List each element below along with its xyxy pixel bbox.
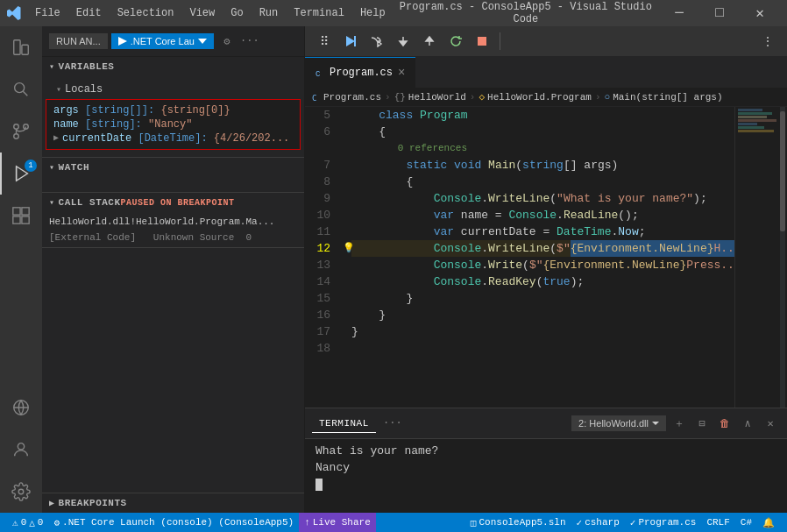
step-out-button[interactable]: [417, 29, 442, 53]
status-language-check[interactable]: ✓ csharp: [571, 513, 625, 532]
code-lines: class Program { 0 references static void…: [344, 107, 734, 408]
sidebar-item-explorer[interactable]: [0, 26, 42, 68]
svg-marker-18: [346, 36, 355, 46]
sidebar-item-scm[interactable]: [0, 110, 42, 153]
menu-go[interactable]: Go: [223, 5, 250, 21]
sidebar-item-extensions[interactable]: [0, 195, 42, 237]
menu-terminal[interactable]: Terminal: [287, 5, 351, 21]
more-toolbar-options[interactable]: ⋮: [755, 29, 780, 53]
menu-view[interactable]: View: [182, 5, 222, 21]
status-encoding[interactable]: CRLF: [701, 513, 734, 532]
svg-rect-1: [22, 45, 28, 54]
continue-button[interactable]: [338, 29, 363, 53]
breadcrumb-method[interactable]: ○ Main(string[] args): [605, 92, 723, 103]
error-icon: △: [29, 517, 35, 528]
sidebar-spacer: [42, 248, 304, 493]
step-over-button[interactable]: [365, 29, 389, 53]
tab-label: Program.cs: [330, 67, 393, 79]
terminal-add-button[interactable]: ＋: [670, 414, 689, 433]
code-editor[interactable]: 5 6 . 7 8 9 10 11 12 13 14 15 16 17 18: [305, 107, 787, 408]
sidebar-item-settings[interactable]: [0, 471, 42, 513]
breadcrumb-file[interactable]: C Program.cs: [312, 92, 381, 103]
watch-header[interactable]: ▾ WATCH: [42, 158, 304, 177]
sidebar-item-search[interactable]: [0, 68, 42, 110]
run-config-name: .NET Core Lau: [131, 36, 195, 46]
run-label-text: RUN AN...: [56, 36, 101, 46]
status-errors-warnings[interactable]: ⚠ 0 △ 0: [7, 513, 48, 532]
callstack-item-0[interactable]: HelloWorld.dll!HelloWorld.Program.Ma...: [42, 214, 304, 230]
run-config-dropdown[interactable]: .NET Core Lau: [111, 33, 214, 49]
settings-gear-icon[interactable]: ⚙: [217, 32, 237, 51]
debug-config-icon: ⚙: [53, 517, 60, 528]
language-mode-label: C#: [741, 517, 752, 528]
breadcrumb-namespace[interactable]: {} HelloWorld: [394, 92, 466, 103]
stop-button[interactable]: [470, 29, 494, 53]
terminal-line-1: Nancy: [316, 459, 776, 476]
svg-marker-17: [198, 39, 207, 44]
menu-selection[interactable]: Selection: [110, 5, 181, 21]
var-item-currentdate[interactable]: ▶ currentDate [DateTime]: {4/26/202...: [53, 131, 293, 145]
terminal-instance-dropdown[interactable]: 2: HelloWorld.dll: [571, 415, 666, 431]
terminal-content[interactable]: What is your name? Nancy: [305, 439, 787, 513]
terminal-split-button[interactable]: ⊟: [692, 414, 712, 433]
debug-toolbar: ⠿ ⋮: [305, 26, 787, 57]
close-button[interactable]: ✕: [740, 0, 780, 26]
breadcrumb-class[interactable]: ◇ HelloWorld.Program: [479, 91, 591, 103]
locals-header[interactable]: ▾ Locals: [42, 82, 304, 97]
code-line-7: static void Main(string[] args): [351, 157, 734, 174]
sidebar-item-debug[interactable]: 1: [0, 153, 42, 195]
code-line-13: Console.Write($"{Environment.NewLine}Pre…: [351, 257, 734, 273]
status-debug-config[interactable]: ⚙ .NET Core Launch (console) (ConsoleApp…: [48, 513, 299, 532]
code-line-6: {: [351, 124, 734, 140]
menu-help[interactable]: Help: [353, 5, 393, 21]
debug-drag-handle[interactable]: ⠿: [312, 29, 337, 53]
status-notifications[interactable]: 🔔: [757, 513, 780, 532]
callstack-item-1[interactable]: [External Code] Unknown Source 0: [42, 230, 304, 245]
titlebar: File Edit Selection View Go Run Terminal…: [0, 0, 787, 26]
breakpoints-collapse-icon: ▶: [49, 498, 55, 508]
sidebar-item-remote[interactable]: [0, 387, 42, 429]
status-live-share[interactable]: ↑ Live Share: [299, 513, 376, 532]
sidebar-toolbar: RUN AN... .NET Core Lau ⚙ ···: [42, 26, 304, 57]
terminal-tab-terminal[interactable]: TERMINAL: [312, 415, 376, 433]
status-file[interactable]: ✓ Program.cs: [625, 513, 702, 532]
terminal-more-icon[interactable]: ···: [383, 414, 402, 433]
run-label[interactable]: RUN AN...: [49, 33, 108, 49]
more-options-icon[interactable]: ···: [240, 32, 259, 51]
variables-label: VARIABLES: [59, 61, 115, 72]
watch-section: ▾ WATCH: [42, 158, 304, 193]
status-language[interactable]: C#: [735, 513, 757, 532]
variables-header[interactable]: ▾ VARIABLES: [42, 57, 304, 76]
status-sln[interactable]: ◫ ConsoleApp5.sln: [465, 513, 571, 532]
sidebar-item-accounts[interactable]: [0, 429, 42, 471]
restart-button[interactable]: [443, 29, 468, 53]
menu-file[interactable]: File: [28, 5, 67, 21]
line-num-13: 13: [305, 257, 337, 273]
activity-bar: 1: [0, 26, 42, 513]
maximize-button[interactable]: □: [699, 0, 740, 26]
breakpoints-header[interactable]: ▶ BREAKPOINTS: [42, 493, 304, 513]
callstack-paused-label: PAUSED ON BREAKPOINT: [121, 198, 235, 208]
menu-run[interactable]: Run: [252, 5, 286, 21]
svg-rect-10: [22, 208, 29, 215]
code-line-15: }: [351, 290, 734, 307]
toolbar-separator: [500, 32, 500, 50]
sln-label: ConsoleApp5.sln: [479, 517, 565, 528]
terminal-trash-button[interactable]: 🗑: [715, 414, 734, 433]
line-num-10: 10: [305, 207, 337, 223]
check-icon: ✓: [577, 517, 583, 528]
var-item-name[interactable]: name [string]: "Nancy": [53, 117, 293, 131]
tab-close-icon[interactable]: ×: [398, 66, 405, 80]
tab-program-cs[interactable]: C Program.cs ×: [305, 57, 415, 88]
editor-area: ⠿ ⋮ C: [305, 26, 787, 513]
editor-tabs: C Program.cs ×: [305, 57, 787, 88]
step-into-button[interactable]: [391, 29, 415, 53]
callstack-header[interactable]: ▾ CALL STACK PAUSED ON BREAKPOINT: [42, 193, 304, 212]
minimize-button[interactable]: ─: [659, 0, 699, 26]
var-item-args[interactable]: args [string[]]: {string[0]}: [53, 103, 293, 117]
line-num-15: 15: [305, 290, 337, 307]
menu-edit[interactable]: Edit: [69, 5, 109, 21]
terminal-close-icon[interactable]: ✕: [761, 414, 780, 433]
code-line-14: Console.ReadKey(true);: [351, 273, 734, 290]
terminal-chevron-up-icon[interactable]: ∧: [738, 414, 757, 433]
